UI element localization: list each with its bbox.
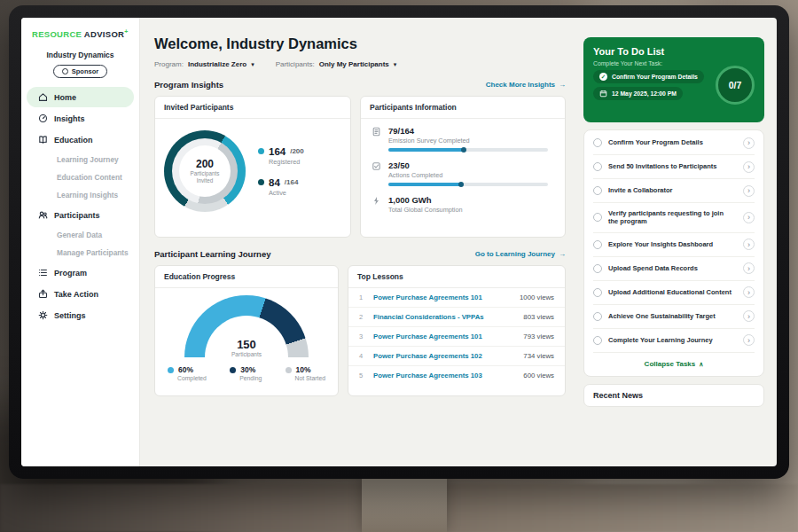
sidebar-item-participants[interactable]: Participants (27, 205, 134, 225)
check-more-insights-link[interactable]: Check More Insights (486, 81, 566, 89)
task-checkbox[interactable] (593, 138, 602, 147)
sidebar-item-home[interactable]: Home (27, 87, 134, 107)
chevron-right-icon[interactable] (743, 310, 755, 322)
program-icon (38, 268, 48, 278)
task-row[interactable]: Upload Spend Data Records (593, 257, 755, 281)
task-checkbox[interactable] (593, 264, 602, 273)
task-row[interactable]: Upload Additional Educational Content (593, 281, 755, 305)
legend-registered: 164 /200 Registered (258, 146, 304, 166)
sidebar-item-education-content[interactable]: Education Content (27, 168, 134, 186)
sponsor-icon (62, 68, 68, 74)
energy-icon (372, 196, 381, 206)
todo-progress-ring: 0/7 (716, 66, 755, 105)
sidebar-item-program[interactable]: Program (27, 262, 134, 283)
task-row[interactable]: Explore Your Insights Dashboard (593, 233, 755, 257)
collapse-tasks-link[interactable]: Collapse Tasks (593, 353, 755, 375)
sidebar-item-education[interactable]: Education (27, 129, 134, 150)
dashboard-screen: RESOURCE ADVISOR+ Industry Dynamics Spon… (21, 18, 777, 466)
invited-participants-donut: 200 Participants Invited (164, 130, 246, 212)
sidebar-item-insights[interactable]: Insights (27, 108, 134, 129)
task-checkbox[interactable] (593, 336, 602, 345)
program-filter-dropdown[interactable]: Program: Industrialize Zero (154, 60, 254, 68)
task-checkbox[interactable] (593, 312, 602, 321)
completed-dot-icon (168, 367, 174, 373)
task-checkbox[interactable] (593, 288, 602, 297)
actions-completed-row: 23/50 Actions Completed (361, 153, 565, 188)
legend-completed: 60% Completed (168, 365, 207, 381)
emission-survey-row: 79/164 Emission Survey Completed (361, 119, 565, 153)
task-row[interactable]: Verify participants requesting to join t… (593, 203, 755, 233)
chevron-right-icon[interactable] (743, 334, 755, 346)
task-checkbox[interactable] (593, 186, 602, 195)
sponsor-badge: Sponsor (53, 65, 107, 78)
legend-active: 84 /164 Active (258, 177, 304, 197)
lesson-link[interactable]: Power Purchase Agreements 102 (373, 352, 516, 360)
task-checkbox[interactable] (593, 162, 602, 171)
task-checkbox[interactable] (593, 240, 602, 249)
sidebar-item-settings[interactable]: Settings (27, 305, 134, 325)
todo-summary-card: Your To Do List Complete Your Next Task:… (583, 37, 764, 122)
lesson-link[interactable]: Power Purchase Agreements 101 (373, 293, 512, 301)
lesson-link[interactable]: Financial Considerations - VPPAs (373, 313, 516, 321)
due-date-pill: 12 May 2025, 12:00 PM (593, 87, 683, 100)
lesson-row: 4 Power Purchase Agreements 102 734 view… (348, 347, 565, 366)
lesson-row: 3 Power Purchase Agreements 101 793 view… (348, 327, 565, 347)
invited-participants-card: Invited Participants 200 Participants In… (154, 96, 351, 238)
education-progress-card: Education Progress 150 Participants 60 (154, 265, 339, 396)
insights-cards-row: Invited Participants 200 Participants In… (154, 96, 566, 238)
lesson-link[interactable]: Power Purchase Agreements 103 (373, 372, 516, 379)
chevron-right-icon[interactable] (743, 262, 755, 274)
arrow-right-icon (559, 81, 566, 89)
calendar-icon (599, 90, 607, 98)
legend-not-started: 10% Not Started (286, 365, 325, 381)
chevron-down-icon (251, 60, 254, 68)
participants-icon (38, 210, 48, 220)
sidebar-nav: Home Insights Education Learning Journey (21, 87, 139, 325)
sidebar-item-general-data[interactable]: General Data (27, 226, 134, 244)
education-progress-gauge: 150 Participants (184, 295, 309, 357)
next-task-pill[interactable]: Confirm Your Program Details (593, 70, 704, 83)
page-title: Welcome, Industry Dynamics (154, 35, 566, 52)
sidebar-item-manage-participants[interactable]: Manage Participants (27, 244, 134, 262)
chevron-right-icon[interactable] (743, 161, 755, 173)
recent-news-header: Recent News (583, 384, 764, 407)
main-content: Welcome, Industry Dynamics Program: Indu… (140, 18, 576, 466)
check-circle-icon (599, 73, 607, 81)
gauge-legend: 60% Completed 30% Pending 10% Not Starte… (155, 357, 338, 381)
chevron-up-icon (699, 360, 703, 368)
filter-bar: Program: Industrialize Zero Participants… (154, 60, 566, 68)
top-lessons-card: Top Lessons 1 Power Purchase Agreements … (348, 265, 566, 396)
task-row[interactable]: Send 50 Invitations to Participants (593, 155, 755, 179)
monitor-bezel: RESOURCE ADVISOR+ Industry Dynamics Spon… (9, 5, 789, 479)
home-icon (38, 92, 48, 102)
task-row[interactable]: Complete Your Learning Journey (593, 329, 755, 353)
go-to-learning-journey-link[interactable]: Go to Learning Journey (475, 250, 566, 258)
task-row[interactable]: Confirm Your Program Details (593, 131, 755, 155)
consumption-row: 1,000 GWh Total Global Consumption (361, 188, 565, 215)
task-list-card: Confirm Your Program Details Send 50 Inv… (583, 129, 764, 377)
chevron-right-icon[interactable] (743, 212, 755, 223)
sidebar-item-learning-journey[interactable]: Learning Journey (27, 151, 134, 168)
chevron-right-icon[interactable] (743, 137, 755, 149)
donut-legend: 164 /200 Registered 84 /164 (258, 146, 304, 197)
chevron-right-icon[interactable] (743, 239, 755, 250)
task-row[interactable]: Achieve One Sustainability Target (593, 305, 755, 329)
active-dot-icon (258, 179, 264, 185)
photo-background: RESOURCE ADVISOR+ Industry Dynamics Spon… (0, 0, 798, 532)
program-insights-header: Program Insights Check More Insights (154, 80, 566, 90)
learning-journey-header: Participant Learning Journey Go to Learn… (154, 249, 566, 259)
participants-filter-dropdown[interactable]: Participants: Only My Participants (276, 60, 397, 68)
chevron-right-icon[interactable] (743, 185, 755, 197)
task-row[interactable]: Invite a Collaborator (593, 179, 755, 203)
sidebar-item-take-action[interactable]: Take Action (27, 284, 134, 304)
chevron-right-icon[interactable] (743, 286, 755, 298)
org-name: Industry Dynamics (21, 51, 139, 59)
todo-panel: Your To Do List Complete Your Next Task:… (576, 18, 777, 466)
sidebar: RESOURCE ADVISOR+ Industry Dynamics Spon… (21, 18, 140, 466)
education-icon (38, 135, 48, 145)
lesson-row: 1 Power Purchase Agreements 101 1000 vie… (348, 288, 565, 308)
lesson-link[interactable]: Power Purchase Agreements 101 (373, 332, 516, 340)
sidebar-item-learning-insights[interactable]: Learning Insights (27, 186, 134, 204)
checklist-icon (372, 161, 381, 171)
task-checkbox[interactable] (593, 213, 602, 222)
